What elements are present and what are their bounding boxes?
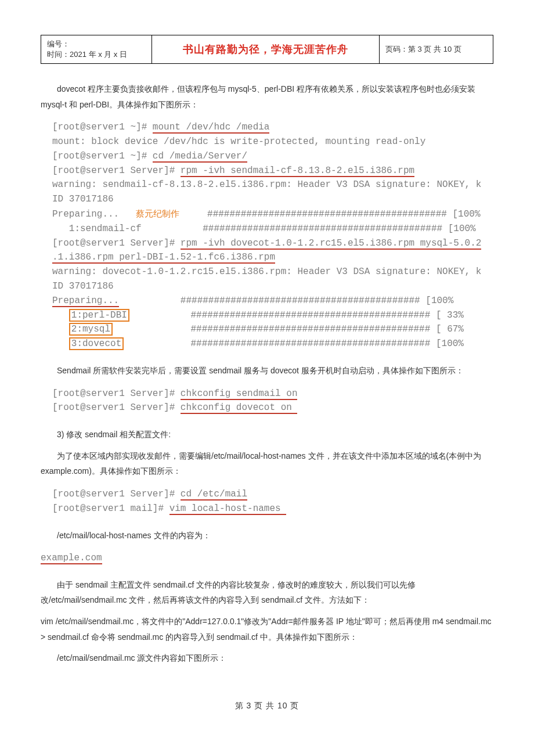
paragraph-5: /etc/mail/local-host-names 文件的内容为： <box>41 528 493 543</box>
doc-id-label: 编号： <box>47 39 146 49</box>
cmd-rpm-sendmail: rpm -ivh sendmail-cf-8.13.8-2.el5.i386.r… <box>181 165 414 177</box>
cmd-chkconfig-sendmail: chkconfig sendmail on <box>181 388 298 400</box>
paragraph-6: 由于 sendmail 主配置文件 sendmail.cf 文件的内容比较复杂，… <box>41 577 493 608</box>
pkg-dovecot: 3:dovecot <box>69 337 124 350</box>
paragraph-6b: vim /etc/mail/sendmail.mc，将文件中的"Addr=127… <box>41 614 493 645</box>
terminal-block-3: [root@server1 Server]# cd /etc/mail [roo… <box>52 487 493 516</box>
pkg-mysql: 2:mysql <box>69 323 113 336</box>
paragraph-1: dovecot 程序主要负责接收邮件，但该程序包与 mysql-5、perl-D… <box>41 81 493 112</box>
watermark-text: 蔡元纪制作 <box>136 208 179 218</box>
page-label: 页码：第 3 页 共 10 页 <box>385 45 461 53</box>
terminal-block-4: example.com <box>41 551 493 566</box>
header-center-cell: 书山有路勤为径，学海无涯苦作舟 <box>152 35 380 64</box>
terminal-block-1: [root@server1 ~]# mount /dev/hdc /media … <box>52 120 493 351</box>
terminal-block-2: [root@server1 Server]# chkconfig sendmai… <box>52 387 493 416</box>
pkg-perl-dbi: 1:perl-DBI <box>69 309 129 322</box>
header-table: 编号： 时间：2021 年 x 月 x 日 书山有路勤为径，学海无涯苦作舟 页码… <box>41 35 493 64</box>
cmd-chkconfig-dovecot: chkconfig dovecot on <box>181 402 298 414</box>
paragraph-2: Sendmail 所需软件安装完毕后，需要设置 sendmail 服务与 dov… <box>41 363 493 379</box>
cmd-mount: mount /dev/hdc /media <box>153 122 270 134</box>
cmd-cd-media: cd /media/Server/ <box>153 151 247 163</box>
doc-date: 时间：2021 年 x 月 x 日 <box>47 49 146 60</box>
paragraph-4: 为了使本区域内部实现收发邮件，需要编辑/etc/mail/local-host-… <box>41 448 493 479</box>
paragraph-7: /etc/mail/sendmail.mc 源文件内容如下图所示： <box>41 650 493 666</box>
cmd-vim-localhost: vim local-host-names <box>169 503 287 515</box>
motto-text: 书山有路勤为径，学海无涯苦作舟 <box>183 44 348 55</box>
cmd-rpm-dovecot: rpm -ivh dovecot-1.0-1.2.rc15.el5.i386.r… <box>181 238 481 250</box>
page-footer: 第 3 页 共 10 页 <box>41 701 493 711</box>
file-content-example: example.com <box>41 553 102 564</box>
cmd-cd-etc-mail: cd /etc/mail <box>181 489 247 501</box>
header-right-cell: 页码：第 3 页 共 10 页 <box>380 35 493 64</box>
page-content: 编号： 时间：2021 年 x 月 x 日 书山有路勤为径，学海无涯苦作舟 页码… <box>0 0 534 735</box>
paragraph-3: 3) 修改 sendmail 相关配置文件: <box>41 427 493 442</box>
header-left-cell: 编号： 时间：2021 年 x 月 x 日 <box>41 35 152 64</box>
